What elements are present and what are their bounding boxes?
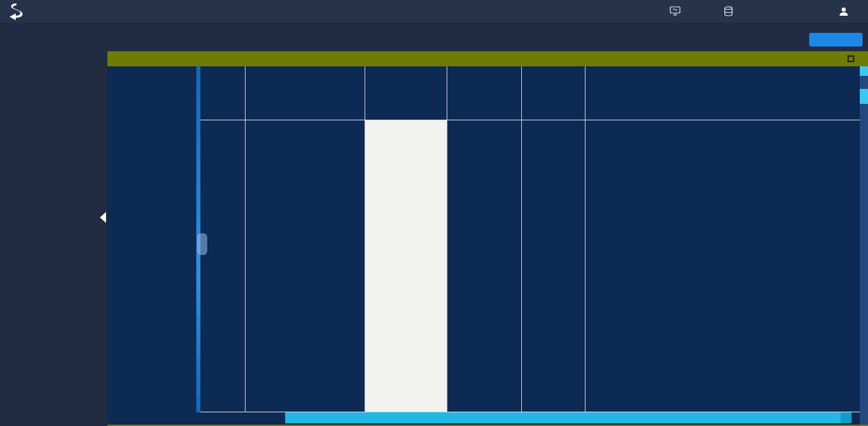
user-menu[interactable]: [839, 0, 856, 23]
nav-home-well-select[interactable]: [764, 11, 800, 12]
horizontal-scrollbar[interactable]: [285, 412, 852, 423]
curve-legend: [245, 66, 365, 120]
depth-track: [196, 120, 245, 412]
fullscreen-icon[interactable]: [847, 55, 854, 62]
nav-backend-admin[interactable]: [657, 6, 693, 16]
lith-desc-track: [585, 120, 860, 412]
monitor-icon: [670, 6, 681, 16]
depth-chart-panel: [107, 51, 868, 426]
depth-log-chart: [196, 66, 860, 425]
nav-database[interactable]: [711, 6, 746, 17]
app: [0, 0, 868, 426]
scroll-down-icon[interactable]: [860, 416, 868, 424]
interp-lith-track: [521, 120, 585, 412]
cuttings-photo-header: [447, 66, 521, 120]
database-icon: [724, 6, 733, 16]
depth-track-header: [196, 66, 245, 120]
lith-percent-header: [365, 66, 447, 120]
brand: [0, 3, 29, 21]
scroll-left-icon[interactable]: [285, 412, 296, 423]
sidebar: [0, 23, 107, 426]
vertical-scrollbar[interactable]: [860, 66, 868, 425]
scroll-right-icon[interactable]: [841, 412, 852, 423]
interp-lith-header: [521, 66, 585, 120]
realtime-parameter-panel: [107, 66, 196, 425]
chart-body: [196, 120, 860, 412]
vertical-scroll-thumb[interactable]: [860, 89, 868, 104]
curve-track: [245, 120, 365, 412]
lith-desc-header: [585, 66, 860, 120]
top-header: [0, 0, 868, 23]
sidebar-collapse-arrow-icon[interactable]: [100, 212, 106, 223]
chevron-left-icon[interactable]: [197, 233, 207, 255]
lith-percent-track: [365, 120, 447, 412]
header-nav: [657, 0, 800, 23]
panel-titlebar: [107, 51, 868, 66]
chart-header: [196, 66, 860, 120]
shenkai-logo-icon: [7, 3, 25, 21]
user-icon: [839, 7, 849, 16]
scroll-up-icon[interactable]: [860, 66, 868, 76]
save-template-button[interactable]: [809, 33, 863, 46]
curves-plot: [246, 120, 365, 412]
cuttings-photo-track: [447, 120, 521, 412]
